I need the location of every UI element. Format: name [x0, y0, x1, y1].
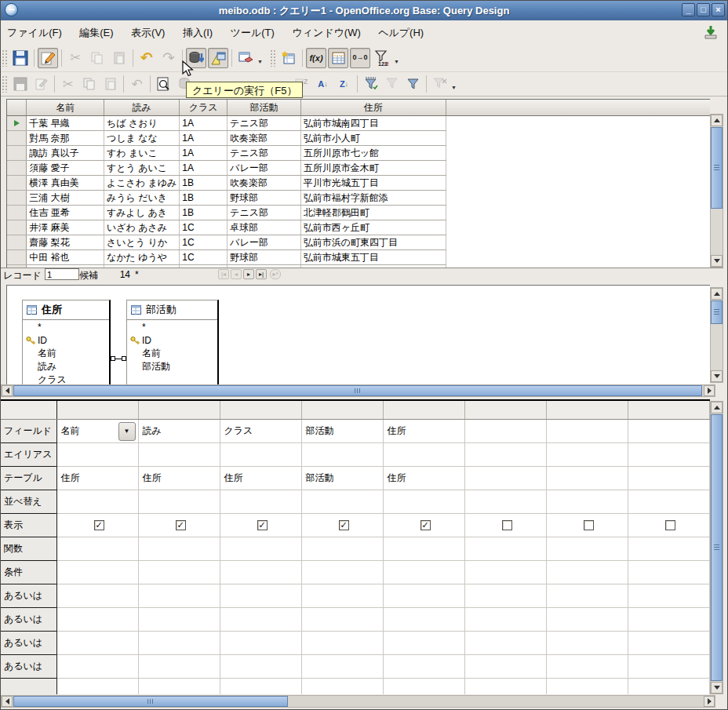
grid-empty-cell[interactable]	[138, 632, 220, 655]
visible-checkbox-checked[interactable]: ✓	[94, 520, 104, 530]
join-endpoint[interactable]	[111, 356, 115, 361]
grid-empty-cell[interactable]	[220, 490, 301, 514]
grid-empty-cell[interactable]	[301, 537, 383, 561]
grid-empty-cell[interactable]	[138, 655, 220, 679]
results-cell[interactable]: すとう あいこ	[104, 161, 180, 176]
grid-empty-cell[interactable]	[464, 561, 546, 584]
grid-empty-cell[interactable]	[56, 443, 138, 467]
menu-tools[interactable]: ツール(T)	[224, 20, 282, 40]
results-cell[interactable]: 吹奏楽部	[228, 176, 301, 191]
results-cell[interactable]: すわ まいこ	[104, 146, 180, 161]
table-window-juusho[interactable]: 住所 *ID名前読みクラス	[22, 300, 111, 384]
scroll-up-button[interactable]	[711, 402, 723, 413]
results-row[interactable]: 諏訪 真以子すわ まいこ1Aテニス部五所川原市七ッ館	[7, 146, 710, 161]
results-col-header[interactable]: 名前	[27, 100, 104, 116]
field-item[interactable]: 読み	[23, 360, 109, 373]
results-vertical-scrollbar[interactable]	[710, 114, 723, 268]
grid-empty-cell[interactable]	[546, 584, 628, 608]
grid-empty-cell[interactable]	[383, 490, 464, 514]
results-cell[interactable]: 吹奏楽部	[228, 131, 301, 146]
next-record-button[interactable]: ▸	[243, 269, 254, 279]
visible-checkbox-unchecked[interactable]	[584, 520, 594, 530]
results-cell[interactable]: バレー部	[228, 161, 301, 176]
grid-empty-cell[interactable]	[628, 537, 709, 561]
table-window-bukatsudou[interactable]: 部活動 *ID名前部活動	[126, 300, 219, 384]
grid-empty-cell[interactable]	[546, 608, 628, 632]
save-button[interactable]	[10, 48, 31, 68]
toolbar-dropdown-arrow[interactable]: ▼	[257, 49, 264, 67]
join-endpoint[interactable]	[122, 356, 126, 361]
grid-table-cell[interactable]	[546, 467, 628, 490]
cut-button[interactable]: ✂	[58, 75, 78, 93]
grid-empty-cell[interactable]	[301, 490, 383, 514]
grid-empty-cell[interactable]	[464, 584, 546, 608]
grid-table-cell[interactable]: 住所	[220, 467, 301, 490]
results-cell[interactable]: なかた ゆうや	[104, 250, 180, 265]
results-row[interactable]: 中田 裕也なかた ゆうや1C野球部弘前市城東五丁目	[7, 250, 710, 265]
results-cell[interactable]: 野球部	[228, 191, 301, 206]
sort-descending-button[interactable]: Z↓	[334, 75, 354, 93]
scroll-down-button[interactable]	[711, 255, 723, 267]
add-table-button[interactable]: ✱	[278, 48, 299, 68]
results-cell[interactable]: すみよし あき	[104, 206, 180, 220]
grid-empty-cell[interactable]	[56, 490, 138, 514]
functions-toggle-button[interactable]: f(x)	[306, 48, 326, 68]
grid-table-cell[interactable]: 住所	[383, 467, 464, 490]
grid-field-cell[interactable]: 住所	[383, 420, 464, 443]
grid-vertical-scrollbar[interactable]	[710, 401, 723, 694]
grid-table-cell[interactable]: 部活動	[301, 467, 383, 490]
design-vertical-scrollbar[interactable]	[710, 287, 723, 383]
grid-column-header[interactable]	[464, 401, 546, 420]
scroll-up-button[interactable]	[711, 288, 723, 300]
grid-empty-cell[interactable]	[301, 608, 383, 632]
grid-empty-cell[interactable]	[138, 584, 220, 608]
results-cell[interactable]: 諏訪 真以子	[27, 146, 104, 161]
results-cell[interactable]: 住吉 亜希	[27, 206, 104, 220]
grid-visible-cell[interactable]: ✓	[383, 514, 464, 537]
cut-button[interactable]: ✂	[65, 48, 86, 68]
results-row[interactable]: 横澤 真由美よこさわ まゆみ1B吹奏楽部平川市光城五丁目	[7, 176, 710, 191]
grid-empty-cell[interactable]	[56, 608, 138, 632]
scroll-right-button[interactable]	[704, 696, 715, 707]
grid-visible-cell[interactable]	[628, 514, 709, 537]
results-cell[interactable]: 弘前市小人町	[300, 131, 446, 146]
results-corner[interactable]	[7, 100, 27, 116]
scrollbar-thumb[interactable]	[13, 385, 702, 396]
grid-empty-cell[interactable]	[383, 584, 464, 608]
results-cell[interactable]: 弘前市城東五丁目	[300, 250, 446, 265]
grid-empty-cell[interactable]	[301, 443, 383, 467]
menu-edit[interactable]: 編集(E)	[72, 20, 120, 40]
results-col-header[interactable]: クラス	[180, 100, 228, 116]
field-item[interactable]: 名前	[23, 347, 109, 360]
row-selector[interactable]	[7, 161, 27, 176]
grid-empty-cell[interactable]	[220, 584, 301, 608]
grid-empty-cell[interactable]	[301, 655, 383, 679]
switch-design-view-button[interactable]	[208, 48, 228, 68]
grid-empty-cell[interactable]	[546, 490, 628, 514]
grid-empty-cell[interactable]	[220, 443, 301, 467]
scroll-down-button[interactable]	[711, 682, 723, 694]
results-cell[interactable]: 弘前市浜の町東四丁目	[300, 235, 446, 250]
copy-button[interactable]	[79, 75, 99, 93]
row-selector[interactable]	[7, 235, 27, 250]
grid-empty-cell[interactable]	[546, 655, 628, 679]
sort-ascending-button[interactable]: A↓	[313, 75, 333, 93]
grid-empty-cell[interactable]	[383, 537, 464, 561]
autofilter-button[interactable]	[361, 75, 380, 93]
minimize-button[interactable]: _	[682, 3, 695, 16]
grid-field-cell[interactable]	[464, 420, 546, 443]
grid-table-cell[interactable]	[628, 467, 709, 490]
grid-field-cell[interactable]: 読み	[138, 420, 220, 443]
results-cell[interactable]: 對馬 奈那	[27, 131, 104, 146]
grid-field-cell[interactable]: 部活動	[301, 420, 383, 443]
paste-button[interactable]	[100, 75, 120, 93]
menu-help[interactable]: ヘルプ(H)	[371, 20, 431, 40]
results-cell[interactable]: 弘前市城南四丁目	[300, 116, 446, 131]
menu-window[interactable]: ウィンドウ(W)	[285, 20, 367, 40]
grid-column-header[interactable]	[138, 401, 220, 420]
scroll-left-button[interactable]	[2, 696, 13, 707]
remove-filter-button[interactable]	[430, 75, 450, 93]
grid-empty-cell[interactable]	[138, 561, 220, 584]
results-cell[interactable]: 1A	[180, 161, 228, 176]
grid-empty-cell[interactable]	[383, 443, 464, 467]
